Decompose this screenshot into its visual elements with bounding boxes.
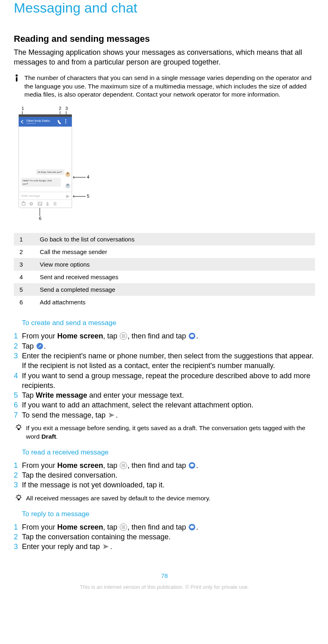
- legend-row: 1Go back to the list of conversations: [14, 233, 315, 246]
- proc2-step1: From your Home screen, tap , then find a…: [14, 461, 315, 470]
- svg-point-46: [65, 121, 66, 122]
- section-heading: Reading and sending messages: [14, 34, 315, 44]
- svg-text:2: 2: [59, 106, 61, 111]
- apps-icon: [120, 332, 127, 340]
- messaging-icon: [188, 523, 196, 531]
- svg-text:Oliver Andy Szabo: Oliver Andy Szabo: [26, 119, 50, 123]
- proc2-tip: All received messages are saved by defau…: [14, 494, 315, 503]
- legend-row: 2Call the message sender: [14, 246, 315, 258]
- proc1-heading: To create and send a message: [14, 319, 315, 327]
- svg-text:6: 6: [39, 216, 41, 221]
- page-title: Messaging and chat: [14, 0, 315, 16]
- svg-point-47: [65, 123, 66, 123]
- proc1-step5: Tap Write message and enter your message…: [14, 390, 315, 400]
- svg-text:you?: you?: [23, 183, 28, 185]
- svg-text:4: 4: [87, 174, 89, 179]
- svg-point-45: [65, 119, 66, 120]
- proc3-step1: From your Home screen, tap , then find a…: [14, 522, 315, 532]
- proc1-step2: Tap .: [14, 341, 315, 351]
- footer-text: This is an internet version of this publ…: [14, 584, 315, 598]
- phone-screenshot-figure: 1 2 3 4 5 6 Oliver Andy Szabo **********…: [14, 106, 95, 223]
- messaging-icon: [188, 332, 196, 340]
- proc3-step2: Tap the conversation containing the mess…: [14, 532, 315, 542]
- warning-note: The number of characters that you can se…: [14, 74, 315, 99]
- proc1-step3: Enter the recipient's name or phone numb…: [14, 351, 315, 371]
- section-intro: The Messaging application shows your mes…: [14, 47, 315, 67]
- svg-point-64: [32, 203, 32, 204]
- messaging-icon: [188, 462, 196, 469]
- apps-icon: [120, 462, 127, 469]
- proc3-step3: Enter your reply and tap .: [14, 542, 315, 551]
- svg-text:Write message: Write message: [21, 194, 40, 198]
- compose-icon: [36, 342, 43, 350]
- svg-point-51: [67, 172, 69, 174]
- proc1-tip: If you exit a message before sending, it…: [14, 424, 315, 441]
- proc1-step1: From your Home screen, tap , then find a…: [14, 331, 315, 341]
- proc1-steps: From your Home screen, tap , then find a…: [14, 331, 315, 420]
- svg-text:1: 1: [22, 106, 24, 111]
- svg-text:************: ************: [26, 123, 36, 125]
- screenshot-legend-table: 1Go back to the list of conversations 2C…: [14, 233, 315, 308]
- bulb-icon: [15, 494, 22, 503]
- warning-icon: [14, 74, 19, 99]
- legend-row: 5Send a completed message: [14, 283, 315, 296]
- proc3-heading: To reply to a message: [14, 510, 315, 518]
- page-number: 78: [14, 572, 315, 579]
- proc2-heading: To read a received message: [14, 448, 315, 457]
- legend-row: 4Sent and received messages: [14, 271, 315, 283]
- proc1-step7: To send the message, tap .: [14, 410, 315, 420]
- proc1-step6: If you want to add an attachment, select…: [14, 400, 315, 410]
- svg-text:Hi Andy, how are you?: Hi Andy, how are you?: [38, 171, 62, 173]
- proc2-step3: If the message is not yet downloaded, ta…: [14, 480, 315, 490]
- send-icon: [102, 543, 110, 550]
- proc2-steps: From your Home screen, tap , then find a…: [14, 461, 315, 490]
- svg-point-56: [67, 184, 69, 186]
- proc3-steps: From your Home screen, tap , then find a…: [14, 522, 315, 552]
- svg-rect-41: [19, 114, 72, 117]
- apps-icon: [120, 523, 127, 531]
- legend-row: 3View more options: [14, 258, 315, 271]
- proc2-step2: Tap the desired conversation.: [14, 470, 315, 480]
- proc1-step4: If you want to send a group message, rep…: [14, 371, 315, 391]
- svg-rect-23: [16, 77, 17, 82]
- send-icon: [108, 411, 115, 419]
- svg-rect-40: [19, 114, 72, 208]
- svg-text:Hello! I'm a bit hungry. And: Hello! I'm a bit hungry. And: [23, 179, 52, 182]
- svg-text:3: 3: [65, 106, 68, 111]
- bulb-icon: [15, 424, 22, 441]
- warning-text: The number of characters that you can se…: [24, 74, 315, 99]
- svg-point-63: [30, 203, 31, 204]
- svg-text:5: 5: [87, 194, 89, 198]
- svg-point-22: [15, 74, 17, 76]
- legend-row: 6Add attachments: [14, 296, 315, 308]
